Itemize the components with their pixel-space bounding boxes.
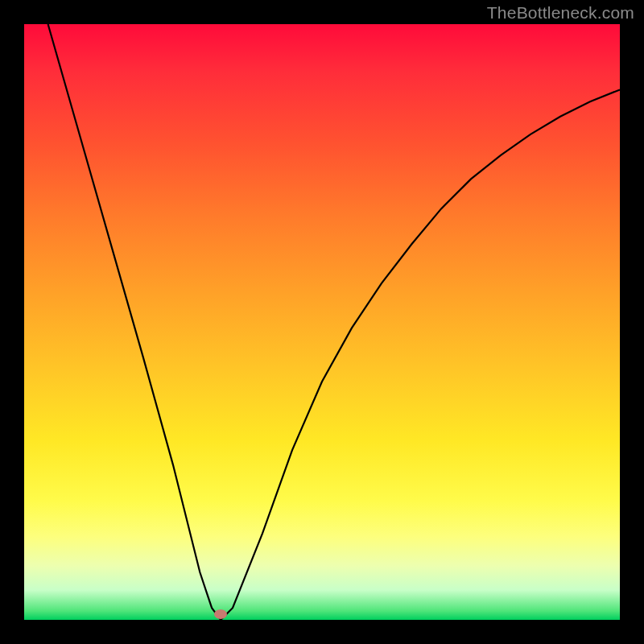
chart-frame: TheBottleneck.com (0, 0, 644, 644)
bottleneck-curve (48, 24, 620, 620)
plot-area (24, 24, 620, 620)
watermark-text: TheBottleneck.com (487, 3, 634, 23)
minimum-marker (214, 609, 227, 619)
curve-svg (24, 24, 620, 620)
